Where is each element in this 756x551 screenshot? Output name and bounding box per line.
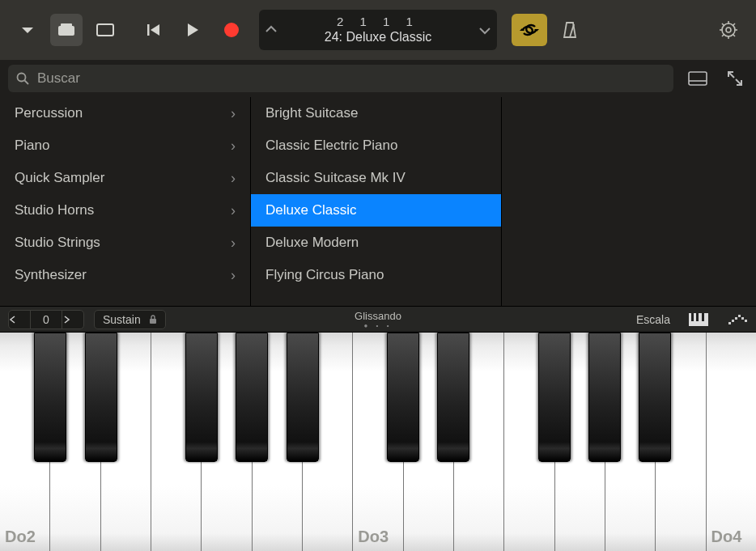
svg-rect-18: [689, 72, 707, 85]
sound-browser: Percussion›Piano›Quick Sampler›Studio Ho…: [0, 97, 756, 306]
fullscreen-button[interactable]: [722, 66, 748, 91]
preset-row[interactable]: Flying Circus Piano: [251, 259, 501, 291]
octave-down-button[interactable]: [9, 316, 30, 324]
black-key[interactable]: [85, 333, 117, 462]
category-row[interactable]: Percussion›: [0, 97, 250, 129]
black-key[interactable]: [588, 333, 621, 462]
svg-rect-3: [147, 24, 150, 36]
preset-row[interactable]: Classic Suitcase Mk IV: [251, 162, 501, 194]
svg-rect-0: [58, 26, 74, 36]
keyboard-layout-piano-button[interactable]: [688, 312, 709, 328]
settings-button[interactable]: [712, 14, 745, 46]
svg-line-12: [722, 23, 724, 26]
track-name: 24: Deluxe Classic: [283, 29, 473, 45]
view-toggle-button[interactable]: [685, 66, 711, 91]
keyboard-layout-arpeggio-button[interactable]: [727, 312, 748, 328]
svg-rect-29: [735, 317, 737, 320]
svg-rect-2: [97, 24, 113, 36]
svg-rect-22: [150, 319, 156, 324]
keyboard-mode-label: Glissando: [355, 310, 401, 322]
black-key[interactable]: [538, 333, 571, 462]
svg-line-13: [733, 34, 735, 36]
octave-value: 0: [30, 311, 62, 328]
playhead-position: 2 1 1 1: [283, 15, 473, 29]
page-dots: ● • •: [355, 322, 401, 329]
black-key[interactable]: [236, 333, 268, 462]
svg-rect-27: [728, 322, 731, 324]
lock-icon: [149, 315, 157, 324]
piano-keyboard[interactable]: Do2Do3Do4: [0, 332, 756, 551]
note-label: Do3: [358, 528, 389, 546]
svg-rect-30: [738, 315, 741, 317]
metronome-button[interactable]: [554, 14, 586, 46]
black-key[interactable]: [639, 333, 671, 462]
svg-point-7: [726, 28, 731, 32]
svg-point-16: [18, 74, 26, 82]
browser-empty-area: [502, 97, 756, 306]
svg-line-14: [722, 34, 724, 36]
next-track-button[interactable]: [473, 25, 497, 35]
svg-line-21: [736, 79, 741, 85]
preset-row[interactable]: Bright Suitcase: [251, 97, 501, 129]
sustain-button[interactable]: Sustain: [94, 310, 166, 329]
svg-line-17: [25, 81, 29, 85]
category-column: Percussion›Piano›Quick Sampler›Studio Ho…: [0, 97, 251, 306]
search-placeholder: Buscar: [37, 70, 80, 87]
keyboard-control-bar: 0 Sustain Glissando ● • • Escala: [0, 306, 756, 332]
sustain-label: Sustain: [103, 313, 141, 326]
black-key[interactable]: [437, 333, 469, 462]
svg-rect-26: [702, 313, 704, 321]
svg-rect-1: [61, 23, 72, 27]
octave-stepper[interactable]: 0: [8, 310, 84, 329]
preset-column: Bright SuitcaseClassic Electric PianoCla…: [251, 97, 502, 306]
category-row[interactable]: Synthesizer›: [0, 259, 250, 291]
svg-rect-32: [745, 320, 747, 322]
svg-point-4: [224, 23, 239, 37]
svg-line-15: [733, 23, 735, 26]
lcd-display: 2 1 1 1 24: Deluxe Classic: [259, 10, 497, 50]
svg-rect-24: [691, 313, 694, 321]
octave-up-button[interactable]: [62, 316, 83, 324]
lcd-center[interactable]: 2 1 1 1 24: Deluxe Classic: [283, 15, 473, 45]
note-label: Do2: [5, 528, 36, 546]
keyboard-mode-indicator[interactable]: Glissando ● • •: [355, 310, 401, 329]
top-toolbar: 2 1 1 1 24: Deluxe Classic: [0, 0, 756, 60]
category-row[interactable]: Piano›: [0, 129, 250, 162]
view-menu-button[interactable]: [11, 14, 44, 46]
category-row[interactable]: Studio Horns›: [0, 194, 250, 227]
svg-rect-31: [741, 317, 744, 320]
search-row: Buscar: [0, 60, 756, 97]
prev-track-button[interactable]: [259, 25, 283, 35]
preset-row[interactable]: Deluxe Classic: [251, 194, 501, 227]
search-icon: [16, 72, 29, 85]
category-row[interactable]: Quick Sampler›: [0, 162, 250, 194]
fx-button[interactable]: [89, 14, 121, 46]
scale-button[interactable]: Escala: [636, 313, 670, 326]
black-key[interactable]: [185, 333, 218, 462]
black-key[interactable]: [287, 333, 319, 462]
svg-rect-25: [696, 313, 699, 321]
note-label: Do4: [711, 528, 742, 546]
svg-line-5: [570, 24, 574, 37]
svg-line-20: [728, 72, 734, 78]
go-to-start-button[interactable]: [138, 14, 170, 46]
svg-rect-28: [732, 320, 734, 322]
preset-row[interactable]: Deluxe Modern: [251, 227, 501, 259]
black-key[interactable]: [34, 333, 66, 462]
cycle-button[interactable]: [512, 14, 547, 46]
search-input[interactable]: Buscar: [8, 65, 673, 92]
record-button[interactable]: [215, 14, 248, 46]
black-key[interactable]: [387, 333, 419, 462]
preset-row[interactable]: Classic Electric Piano: [251, 129, 501, 162]
play-button[interactable]: [176, 14, 209, 46]
browser-button[interactable]: [50, 14, 83, 46]
category-row[interactable]: Studio Strings›: [0, 227, 250, 259]
